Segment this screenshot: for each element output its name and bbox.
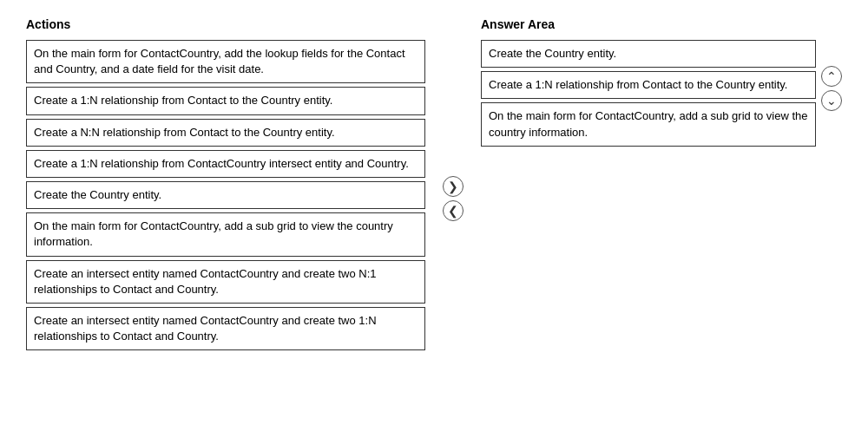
move-to-actions-button[interactable]: ❮ [443,200,464,221]
actions-list: On the main form for ContactCountry, add… [26,40,425,350]
transfer-buttons: ❯ ❮ [443,17,464,354]
action-item-action-2[interactable]: Create a 1:N relationship from Contact t… [26,87,425,114]
move-down-button[interactable]: ⌄ [821,90,842,111]
sort-buttons: ⌃ ⌄ [821,40,842,111]
action-item-action-8[interactable]: Create an intersect entity named Contact… [26,307,425,350]
action-item-action-6[interactable]: On the main form for ContactCountry, add… [26,212,425,256]
actions-panel: Actions On the main form for ContactCoun… [26,17,425,354]
action-item-action-1[interactable]: On the main form for ContactCountry, add… [26,40,425,83]
answer-area-wrapper: Create the Country entity.Create a 1:N r… [481,40,842,150]
answer-items: Create the Country entity.Create a 1:N r… [481,40,816,150]
answer-area-title: Answer Area [481,17,842,31]
action-item-action-4[interactable]: Create a 1:N relationship from ContactCo… [26,150,425,178]
answer-item-answer-1[interactable]: Create the Country entity. [481,40,816,68]
answer-item-answer-2[interactable]: Create a 1:N relationship from Contact t… [481,71,816,99]
move-to-answer-button[interactable]: ❯ [443,176,464,197]
action-item-action-7[interactable]: Create an intersect entity named Contact… [26,260,425,304]
move-up-button[interactable]: ⌃ [821,66,842,87]
action-item-action-5[interactable]: Create the Country entity. [26,181,425,209]
actions-title: Actions [26,17,425,31]
answer-area-panel: Answer Area Create the Country entity.Cr… [481,17,842,354]
answer-item-answer-3[interactable]: On the main form for ContactCountry, add… [481,102,816,146]
action-item-action-3[interactable]: Create a N:N relationship from Contact t… [26,119,425,147]
